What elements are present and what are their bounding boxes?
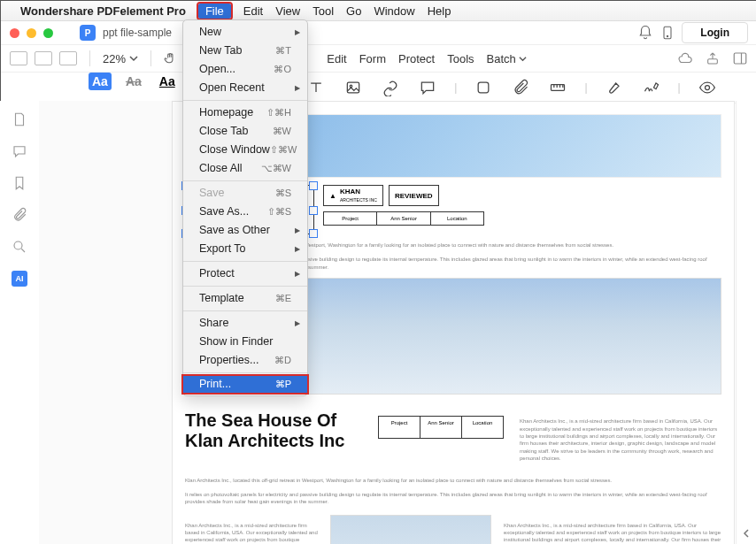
reviewed-box: REVIEWED: [389, 185, 439, 206]
ai-panel-button[interactable]: AI: [12, 271, 27, 287]
attachment-tool-icon[interactable]: [510, 79, 531, 96]
note-tool-icon[interactable]: [417, 79, 438, 96]
svg-point-10: [14, 241, 22, 249]
text-tool-icon[interactable]: [305, 79, 327, 96]
paragraph: Klan Architects Inc., located this off-g…: [185, 477, 721, 484]
meta-triple-box-2: ProjectAnn SeniorLocation: [378, 416, 504, 439]
left-sidebar: AI: [0, 101, 40, 544]
tab-edit[interactable]: Edit: [327, 52, 346, 65]
menu-help[interactable]: Help: [428, 4, 451, 18]
menu-item-open[interactable]: Open...⌘O: [183, 60, 307, 79]
window-zoom-button[interactable]: [43, 28, 53, 38]
toolbar-top: 22% Edit Form Protect Tools Batch: [1, 45, 756, 73]
file-menu-dropdown: New New Tab⌘T Open...⌘O Open Recent Home…: [182, 19, 308, 396]
resize-handle-e[interactable]: [309, 206, 318, 215]
chevron-left-icon[interactable]: [741, 528, 752, 539]
search-panel-icon[interactable]: [12, 239, 27, 255]
svg-point-9: [705, 86, 709, 90]
tab-batch[interactable]: Batch: [487, 52, 527, 65]
chevron-down-icon[interactable]: [129, 54, 138, 63]
tab-tools[interactable]: Tools: [447, 52, 474, 65]
menubar: Wondershare PDFelement Pro File Edit Vie…: [1, 1, 756, 21]
hand-tool-icon[interactable]: [164, 52, 176, 65]
menu-item-save-as[interactable]: Save As...⇧⌘S: [183, 203, 307, 221]
window-minimize-button[interactable]: [27, 28, 36, 38]
svg-rect-2: [708, 59, 718, 64]
document-tab-title[interactable]: ppt file-sample: [103, 27, 172, 39]
menu-go[interactable]: Go: [346, 4, 361, 18]
bookmarks-panel-icon[interactable]: [12, 175, 27, 191]
menu-item-close-all[interactable]: Close All⌥⌘W: [183, 159, 307, 178]
document-canvas[interactable]: About Khan Architects Inc. ▲KHANARCHITEC…: [39, 101, 735, 544]
building-image-1: [304, 278, 721, 395]
svg-rect-7: [479, 82, 490, 93]
mobile-device-icon[interactable]: [660, 25, 675, 41]
signature-tool-icon[interactable]: [641, 79, 662, 96]
menu-edit[interactable]: Edit: [243, 4, 263, 18]
measure-tool-icon[interactable]: [547, 79, 568, 96]
notification-bell-icon[interactable]: [637, 25, 653, 41]
column-paragraph: Khan Architects Inc., is a mid-sized arc…: [504, 522, 721, 544]
menu-item-save-as-other[interactable]: Save as Other: [183, 221, 307, 240]
text-style-group: Aa Aa Aa: [89, 73, 179, 90]
text-style-underline[interactable]: Aa: [156, 73, 179, 90]
resize-handle-ne[interactable]: [309, 181, 318, 190]
menu-item-homepage[interactable]: Homepage⇧⌘H: [183, 103, 307, 122]
menu-item-show-in-finder[interactable]: Show in Finder: [183, 333, 307, 351]
menu-item-close-window[interactable]: Close Window⇧⌘W: [183, 141, 307, 159]
window-close-button[interactable]: [10, 28, 19, 38]
menu-item-save: Save⌘S: [183, 184, 307, 203]
menu-view[interactable]: View: [275, 4, 300, 18]
column-paragraph: Khan Architects Inc., is a mid-sized arc…: [520, 418, 721, 462]
image-tool-icon[interactable]: [343, 79, 364, 96]
panel-toggle-icon[interactable]: [732, 50, 748, 66]
paragraph: It relies on photovoltaic panels for ele…: [185, 491, 721, 506]
login-button[interactable]: Login: [682, 22, 748, 43]
building-image-2: [330, 515, 491, 544]
brand-box: ▲KHANARCHITECTS INC: [323, 185, 383, 206]
tab-form[interactable]: Form: [359, 52, 386, 65]
thumbnails-panel-icon[interactable]: [12, 111, 27, 127]
zoom-level-value[interactable]: 22%: [103, 52, 126, 65]
svg-rect-5: [348, 82, 359, 93]
menu-item-properties[interactable]: Properties...⌘D: [183, 351, 307, 370]
view-mode-single-icon[interactable]: [59, 51, 77, 65]
menu-item-new[interactable]: New: [183, 23, 307, 42]
menu-item-share[interactable]: Share: [183, 314, 307, 333]
menu-item-print[interactable]: Print...⌘P: [183, 376, 307, 393]
app-name[interactable]: Wondershare PDFelement Pro: [20, 4, 186, 18]
menu-file[interactable]: File: [198, 4, 231, 19]
resize-handle-se[interactable]: [309, 229, 318, 238]
svg-point-1: [667, 35, 668, 36]
link-tool-icon[interactable]: [380, 79, 401, 96]
svg-rect-3: [734, 53, 746, 64]
shape-tool-icon[interactable]: [473, 79, 494, 96]
meta-triple-box: ProjectAnn SeniorLocation: [323, 211, 484, 226]
menu-item-new-tab[interactable]: New Tab⌘T: [183, 42, 307, 60]
share-icon[interactable]: [706, 50, 720, 66]
view-mode-thumbs-icon[interactable]: [35, 51, 52, 65]
menu-item-close-tab[interactable]: Close Tab⌘W: [183, 122, 307, 141]
menu-item-protect[interactable]: Protect: [183, 264, 307, 283]
app-logo-icon: P: [80, 25, 96, 41]
menu-item-export-to[interactable]: Export To: [183, 240, 307, 258]
menu-window[interactable]: Window: [374, 4, 414, 18]
view-mode-sidebar-icon[interactable]: [10, 51, 27, 65]
menu-item-template[interactable]: Template⌘E: [183, 289, 307, 308]
brush-tool-icon[interactable]: [604, 79, 625, 96]
text-style-normal[interactable]: Aa: [89, 73, 112, 90]
comments-panel-icon[interactable]: [12, 143, 27, 159]
menu-tool[interactable]: Tool: [312, 4, 334, 18]
attachments-panel-icon[interactable]: [12, 207, 27, 223]
menu-item-open-recent[interactable]: Open Recent: [183, 79, 307, 97]
window-titlebar: P ppt file-sample Login: [1, 21, 756, 45]
column-paragraph: Khan Architects Inc., is a mid-sized arc…: [185, 522, 318, 544]
text-style-strikethrough[interactable]: Aa: [122, 73, 145, 90]
read-mode-icon[interactable]: [697, 79, 718, 96]
cloud-icon[interactable]: [677, 50, 693, 66]
section-heading-sea-house: The Sea House Of Klan Architects Inc: [185, 410, 362, 451]
tab-protect[interactable]: Protect: [398, 52, 435, 65]
vertical-scrollbar[interactable]: [736, 101, 756, 544]
